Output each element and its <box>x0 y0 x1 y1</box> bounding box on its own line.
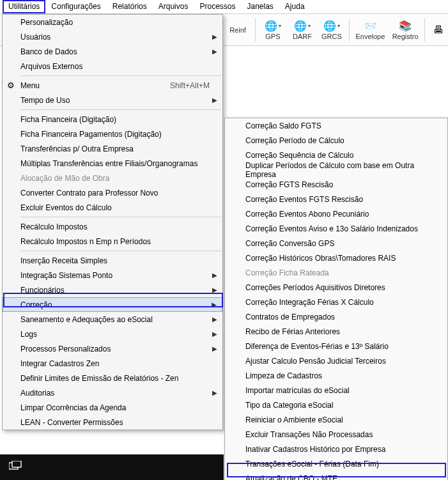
submenu-item[interactable]: Correção FGTS Rescisão <box>225 177 447 192</box>
toolbar-label: GRCS <box>321 33 342 40</box>
submenu-item-label: Tipo da Categoria eSocial <box>245 401 334 410</box>
submenu-arrow-icon: ▶ <box>212 389 217 396</box>
taskbar <box>0 454 224 480</box>
toolbar-label: Registro <box>392 33 419 40</box>
menu-integracao-sistemas[interactable]: Integração Sistemas Ponto▶ <box>3 268 222 283</box>
submenu-item[interactable]: Inativar Cadastros Histórico por Empresa <box>225 442 447 456</box>
submenu-item[interactable]: Correção Saldo FGTS <box>225 118 447 133</box>
toolbar-registro-button[interactable]: 📚 Registro <box>389 16 421 44</box>
submenu-item-label: Correção Eventos FGTS Rescisão <box>245 195 363 204</box>
menu-multiplas-transf[interactable]: Múltiplas Transferências entre Filiais/O… <box>3 156 222 171</box>
menu-converter-contrato[interactable]: Converter Contrato para Professor Novo <box>3 185 222 200</box>
submenu-item[interactable]: Transações eSocial - Férias (Data Fim) <box>225 456 447 471</box>
menubar-arquivos[interactable]: Arquivos <box>153 0 194 13</box>
menu-ficha-fin-dig[interactable]: Ficha Financeira (Digitação) <box>3 112 222 127</box>
submenu-item[interactable]: Recibo de Férias Anteriores <box>225 324 447 339</box>
submenu-arrow-icon: ▶ <box>212 48 217 55</box>
menu-tempo-uso[interactable]: Tempo de Uso▶ <box>3 93 222 107</box>
submenu-item-label: Recibo de Férias Anteriores <box>245 327 340 336</box>
submenu-item-label: Correção Saldo FGTS <box>245 121 321 130</box>
submenu-item[interactable]: Correção Eventos FGTS Rescisão <box>225 192 447 206</box>
submenu-item[interactable]: Diferença de Eventos-Férias e 13º Salári… <box>225 339 447 353</box>
submenu-item[interactable]: Correção Integração Férias X Cálculo <box>225 295 447 309</box>
menu-usuarios[interactable]: Usuários▶ <box>3 29 222 44</box>
toolbar-envelope-button[interactable]: 📨 Envelope <box>353 16 388 44</box>
menu-logs[interactable]: Logs▶ <box>3 327 222 341</box>
submenu-item[interactable]: Reiniciar o Ambiente eSocial <box>225 412 447 427</box>
submenu-item: Correção Ficha Rateada <box>225 265 447 280</box>
menubar-janelas[interactable]: Janelas <box>241 0 279 13</box>
menu-saneamento[interactable]: Saneamento e Adequações ao eSocial▶ <box>3 312 222 327</box>
submenu-item[interactable]: Correção Históricos Obras\Tomadores RAIS <box>225 251 447 265</box>
toolbar-grcs-button[interactable]: 🌐 ▾ GRCS <box>318 16 346 44</box>
menu-separator <box>20 109 221 110</box>
submenu-item[interactable]: Atualização de CBO - MTE <box>225 471 447 480</box>
globe-icon: 🌐 <box>323 19 336 32</box>
menubar-utilitarios[interactable]: Utilitários <box>3 0 45 13</box>
menu-personalizacao[interactable]: Personalização <box>3 15 222 29</box>
submenu-item[interactable]: Importar matrículas do eSocial <box>225 383 447 398</box>
menu-banco-dados[interactable]: Banco de Dados▶ <box>3 44 222 59</box>
submenu-item-label: Diferença de Eventos-Férias e 13º Salári… <box>245 342 389 351</box>
menu-processos-pers[interactable]: Processos Personalizados▶ <box>3 341 222 356</box>
submenu-item[interactable]: Limpeza de Cadastros <box>225 368 447 383</box>
submenu-item-label: Correção Conversão GPS <box>245 239 334 248</box>
menu-limpar-ocorrencias[interactable]: Limpar Ocorrências da Agenda <box>3 400 222 415</box>
toolbar-extra-button[interactable]: 🖶 <box>428 16 448 44</box>
chevron-down-icon: ▾ <box>279 23 281 29</box>
book-icon: 📚 <box>399 19 412 32</box>
menu-separator <box>20 217 221 217</box>
submenu-item[interactable]: Tipo da Categoria eSocial <box>225 398 447 412</box>
menubar-relatorios[interactable]: Relatórios <box>107 0 153 13</box>
submenu-item[interactable]: Correção Eventos Abono Pecuniário <box>225 206 447 221</box>
submenu-arrow-icon: ▶ <box>212 330 217 337</box>
submenu-item-label: Correção Sequência de Cálculo <box>245 151 353 160</box>
submenu-item-label: Limpeza de Cadastros <box>245 371 322 380</box>
toolbar-gps-button[interactable]: 🌐 ▾ GPS <box>259 16 287 44</box>
menu-lean-converter[interactable]: LEAN - Converter Permissões <box>3 415 222 430</box>
submenu-item-label: Correção FGTS Rescisão <box>245 180 333 189</box>
task-view-icon[interactable] <box>9 461 22 474</box>
svg-rect-1 <box>12 461 21 467</box>
envelope-icon: 📨 <box>364 19 376 32</box>
menubar-configuracoes[interactable]: Configurações <box>45 0 106 13</box>
submenu-item[interactable]: Excluir Transações Não Processadas <box>225 427 447 442</box>
toolbar-label: Reinf <box>229 26 246 34</box>
submenu-item-label: Correção Integração Férias X Cálculo <box>245 298 374 307</box>
utilitarios-menu: Personalização Usuários▶ Banco de Dados▶… <box>2 14 223 430</box>
menu-transferencias[interactable]: Transferências p/ Outra Empresa <box>3 141 222 156</box>
menu-funcionarios[interactable]: Funcionários▶ <box>3 283 222 297</box>
menu-insercao-receita[interactable]: Inserção Receita Simples <box>3 253 222 268</box>
submenu-item[interactable]: Duplicar Períodos de Cálculo com base em… <box>225 162 447 177</box>
submenu-item-label: Duplicar Períodos de Cálculo com base em… <box>245 161 435 179</box>
submenu-item[interactable]: Correções Períodos Aquisitivos Diretores <box>225 280 447 295</box>
submenu-item[interactable]: Correção Conversão GPS <box>225 236 447 251</box>
submenu-arrow-icon: ▶ <box>212 97 217 104</box>
menu-correcao[interactable]: Correção▶ <box>3 297 222 312</box>
menu-auditorias[interactable]: Auditorias▶ <box>3 385 222 400</box>
menubar-ajuda[interactable]: Ajuda <box>279 0 311 13</box>
menu-integrar-zen[interactable]: Integrar Cadastros Zen <box>3 356 222 371</box>
menu-arquivos-externos[interactable]: Arquivos Externos <box>3 59 222 74</box>
submenu-item[interactable]: Contratos de Empregados <box>225 309 447 324</box>
submenu-arrow-icon: ▶ <box>212 345 217 352</box>
submenu-item[interactable]: Correção Período de Cálculo <box>225 133 447 148</box>
menu-recalculo-impostos[interactable]: Recálculo Impostos <box>3 219 222 234</box>
submenu-item[interactable]: Correção Eventos Aviso e 13o Salário Ind… <box>225 221 447 236</box>
chevron-down-icon: ▾ <box>337 23 340 29</box>
menu-definir-limites[interactable]: Definir Limites de Emissão de Relatórios… <box>3 371 222 385</box>
toolbar-reinf-button[interactable]: Reinf <box>224 16 252 44</box>
toolbar-label: DARF <box>293 33 312 40</box>
submenu-item[interactable]: Ajustar Calculo Pensão Judicial Terceiro… <box>225 353 447 368</box>
menubar-processos[interactable]: Processos <box>194 0 241 13</box>
toolbar-separator <box>349 19 350 42</box>
menu-ficha-fin-pag[interactable]: Ficha Financeira Pagamentos (Digitação) <box>3 127 222 141</box>
printer-icon: 🖶 <box>432 24 445 36</box>
submenu-item-label: Correções Períodos Aquisitivos Diretores <box>245 283 385 292</box>
toolbar-darf-button[interactable]: 🌐 ▾ DARF <box>288 16 316 44</box>
menu-menu[interactable]: ⚙ Menu Shift+Alt+M <box>3 78 222 93</box>
menu-excluir-eventos[interactable]: Excluir Eventos do Cálculo <box>3 200 222 215</box>
submenu-item-label: Correção Período de Cálculo <box>245 136 344 145</box>
menu-recalculo-n[interactable]: Recálculo Impostos n Emp n Períodos <box>3 234 222 249</box>
submenu-arrow-icon: ▶ <box>212 301 217 308</box>
